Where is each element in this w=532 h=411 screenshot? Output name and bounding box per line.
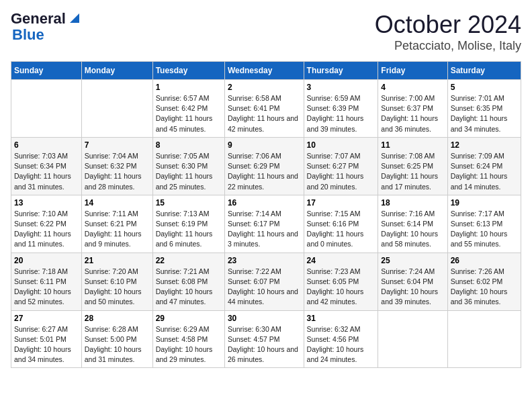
calendar-week-row: 13Sunrise: 7:10 AMSunset: 6:22 PMDayligh… bbox=[11, 195, 521, 253]
day-info: Sunrise: 6:29 AMSunset: 4:58 PMDaylight:… bbox=[156, 324, 222, 365]
day-info: Sunrise: 6:57 AMSunset: 6:42 PMDaylight:… bbox=[156, 93, 222, 134]
header-tuesday: Tuesday bbox=[152, 62, 224, 80]
day-info: Sunrise: 7:07 AMSunset: 6:27 PMDaylight:… bbox=[307, 151, 375, 192]
day-info: Sunrise: 7:18 AMSunset: 6:11 PMDaylight:… bbox=[14, 267, 79, 308]
calendar-cell: 1Sunrise: 6:57 AMSunset: 6:42 PMDaylight… bbox=[152, 80, 224, 138]
day-number: 7 bbox=[85, 140, 150, 150]
calendar-cell: 16Sunrise: 7:14 AMSunset: 6:17 PMDayligh… bbox=[224, 195, 304, 253]
day-info: Sunrise: 7:20 AMSunset: 6:10 PMDaylight:… bbox=[85, 267, 150, 308]
day-number: 8 bbox=[156, 140, 222, 150]
header-thursday: Thursday bbox=[304, 62, 378, 80]
calendar-cell: 23Sunrise: 7:22 AMSunset: 6:07 PMDayligh… bbox=[224, 253, 304, 310]
header-saturday: Saturday bbox=[447, 62, 521, 80]
day-info: Sunrise: 7:00 AMSunset: 6:37 PMDaylight:… bbox=[381, 93, 444, 134]
calendar-week-row: 27Sunrise: 6:27 AMSunset: 5:01 PMDayligh… bbox=[11, 310, 521, 368]
day-info: Sunrise: 6:27 AMSunset: 5:01 PMDaylight:… bbox=[14, 324, 79, 365]
calendar-week-row: 1Sunrise: 6:57 AMSunset: 6:42 PMDaylight… bbox=[11, 80, 521, 138]
day-number: 31 bbox=[307, 314, 375, 323]
day-info: Sunrise: 7:21 AMSunset: 6:08 PMDaylight:… bbox=[156, 267, 222, 308]
logo-text: General bbox=[11, 11, 66, 27]
calendar-cell: 15Sunrise: 7:13 AMSunset: 6:19 PMDayligh… bbox=[152, 195, 224, 253]
day-number: 13 bbox=[14, 198, 79, 208]
calendar-cell: 31Sunrise: 6:32 AMSunset: 4:56 PMDayligh… bbox=[304, 310, 378, 368]
header-sunday: Sunday bbox=[11, 62, 82, 80]
day-info: Sunrise: 7:04 AMSunset: 6:32 PMDaylight:… bbox=[85, 151, 150, 192]
calendar-cell: 12Sunrise: 7:09 AMSunset: 6:24 PMDayligh… bbox=[447, 137, 521, 195]
day-number: 2 bbox=[228, 83, 301, 92]
calendar-cell: 2Sunrise: 6:58 AMSunset: 6:41 PMDaylight… bbox=[224, 80, 304, 138]
calendar-cell: 3Sunrise: 6:59 AMSunset: 6:39 PMDaylight… bbox=[304, 80, 378, 138]
calendar-cell: 22Sunrise: 7:21 AMSunset: 6:08 PMDayligh… bbox=[152, 253, 224, 310]
logo-icon bbox=[67, 11, 82, 26]
day-number: 11 bbox=[381, 140, 444, 150]
day-info: Sunrise: 6:32 AMSunset: 4:56 PMDaylight:… bbox=[307, 324, 375, 365]
day-number: 1 bbox=[156, 83, 222, 92]
calendar-cell: 6Sunrise: 7:03 AMSunset: 6:34 PMDaylight… bbox=[11, 137, 82, 195]
day-info: Sunrise: 6:28 AMSunset: 5:00 PMDaylight:… bbox=[85, 324, 150, 365]
day-number: 4 bbox=[381, 83, 444, 92]
day-number: 26 bbox=[451, 256, 518, 265]
day-info: Sunrise: 7:05 AMSunset: 6:30 PMDaylight:… bbox=[156, 151, 222, 192]
day-number: 22 bbox=[156, 256, 222, 265]
day-info: Sunrise: 7:23 AMSunset: 6:05 PMDaylight:… bbox=[307, 267, 375, 308]
logo: General Blue bbox=[11, 11, 82, 43]
day-info: Sunrise: 7:13 AMSunset: 6:19 PMDaylight:… bbox=[156, 209, 222, 250]
day-info: Sunrise: 7:03 AMSunset: 6:34 PMDaylight:… bbox=[14, 151, 79, 192]
day-number: 6 bbox=[14, 140, 79, 150]
day-number: 16 bbox=[228, 198, 301, 208]
day-number: 29 bbox=[156, 314, 222, 323]
day-info: Sunrise: 7:15 AMSunset: 6:16 PMDaylight:… bbox=[307, 209, 375, 250]
calendar-cell: 24Sunrise: 7:23 AMSunset: 6:05 PMDayligh… bbox=[304, 253, 378, 310]
calendar-cell: 10Sunrise: 7:07 AMSunset: 6:27 PMDayligh… bbox=[304, 137, 378, 195]
page-header: General Blue October 2024 Petacciato, Mo… bbox=[11, 11, 521, 53]
calendar-cell: 19Sunrise: 7:17 AMSunset: 6:13 PMDayligh… bbox=[447, 195, 521, 253]
day-info: Sunrise: 7:17 AMSunset: 6:13 PMDaylight:… bbox=[451, 209, 518, 250]
day-number: 17 bbox=[307, 198, 375, 208]
day-info: Sunrise: 7:01 AMSunset: 6:35 PMDaylight:… bbox=[451, 93, 518, 134]
logo-blue-text: Blue bbox=[12, 26, 44, 43]
calendar-cell: 26Sunrise: 7:26 AMSunset: 6:02 PMDayligh… bbox=[447, 253, 521, 310]
calendar-cell: 30Sunrise: 6:30 AMSunset: 4:57 PMDayligh… bbox=[224, 310, 304, 368]
day-info: Sunrise: 6:30 AMSunset: 4:57 PMDaylight:… bbox=[228, 324, 301, 365]
day-info: Sunrise: 7:09 AMSunset: 6:24 PMDaylight:… bbox=[451, 151, 518, 192]
calendar-cell bbox=[81, 80, 152, 138]
calendar-cell: 18Sunrise: 7:16 AMSunset: 6:14 PMDayligh… bbox=[378, 195, 447, 253]
calendar-cell: 29Sunrise: 6:29 AMSunset: 4:58 PMDayligh… bbox=[152, 310, 224, 368]
day-info: Sunrise: 7:22 AMSunset: 6:07 PMDaylight:… bbox=[228, 267, 301, 308]
calendar-title-block: October 2024 Petacciato, Molise, Italy bbox=[375, 11, 521, 53]
day-info: Sunrise: 6:58 AMSunset: 6:41 PMDaylight:… bbox=[228, 93, 301, 134]
header-monday: Monday bbox=[81, 62, 152, 80]
calendar-cell: 8Sunrise: 7:05 AMSunset: 6:30 PMDaylight… bbox=[152, 137, 224, 195]
calendar-cell: 25Sunrise: 7:24 AMSunset: 6:04 PMDayligh… bbox=[378, 253, 447, 310]
calendar-cell: 11Sunrise: 7:08 AMSunset: 6:25 PMDayligh… bbox=[378, 137, 447, 195]
calendar-location: Petacciato, Molise, Italy bbox=[375, 39, 521, 53]
calendar-cell bbox=[378, 310, 447, 368]
day-number: 12 bbox=[451, 140, 518, 150]
calendar-cell bbox=[447, 310, 521, 368]
day-info: Sunrise: 7:24 AMSunset: 6:04 PMDaylight:… bbox=[381, 267, 444, 308]
day-number: 27 bbox=[14, 314, 79, 323]
day-info: Sunrise: 6:59 AMSunset: 6:39 PMDaylight:… bbox=[307, 93, 375, 134]
day-number: 21 bbox=[85, 256, 150, 265]
calendar-cell: 4Sunrise: 7:00 AMSunset: 6:37 PMDaylight… bbox=[378, 80, 447, 138]
day-number: 28 bbox=[85, 314, 150, 323]
day-number: 20 bbox=[14, 256, 79, 265]
calendar-cell: 21Sunrise: 7:20 AMSunset: 6:10 PMDayligh… bbox=[81, 253, 152, 310]
day-info: Sunrise: 7:14 AMSunset: 6:17 PMDaylight:… bbox=[228, 209, 301, 250]
calendar-cell bbox=[11, 80, 82, 138]
calendar-week-row: 6Sunrise: 7:03 AMSunset: 6:34 PMDaylight… bbox=[11, 137, 521, 195]
day-number: 3 bbox=[307, 83, 375, 92]
day-info: Sunrise: 7:11 AMSunset: 6:21 PMDaylight:… bbox=[85, 209, 150, 250]
calendar-cell: 17Sunrise: 7:15 AMSunset: 6:16 PMDayligh… bbox=[304, 195, 378, 253]
calendar-cell: 13Sunrise: 7:10 AMSunset: 6:22 PMDayligh… bbox=[11, 195, 82, 253]
day-number: 24 bbox=[307, 256, 375, 265]
day-info: Sunrise: 7:10 AMSunset: 6:22 PMDaylight:… bbox=[14, 209, 79, 250]
calendar-cell: 7Sunrise: 7:04 AMSunset: 6:32 PMDaylight… bbox=[81, 137, 152, 195]
day-number: 10 bbox=[307, 140, 375, 150]
day-number: 9 bbox=[228, 140, 301, 150]
day-number: 14 bbox=[85, 198, 150, 208]
day-number: 5 bbox=[451, 83, 518, 92]
calendar-cell: 5Sunrise: 7:01 AMSunset: 6:35 PMDaylight… bbox=[447, 80, 521, 138]
calendar-header-row: SundayMondayTuesdayWednesdayThursdayFrid… bbox=[11, 62, 521, 80]
calendar-cell: 14Sunrise: 7:11 AMSunset: 6:21 PMDayligh… bbox=[81, 195, 152, 253]
